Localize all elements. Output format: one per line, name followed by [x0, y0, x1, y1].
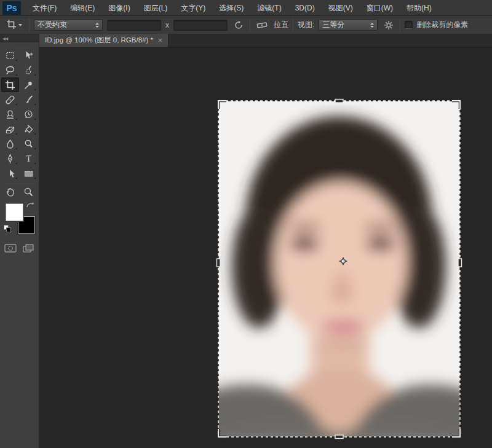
crop-width-input[interactable] [107, 20, 161, 31]
delete-cropped-pixels-checkbox[interactable] [405, 21, 413, 29]
eraser-icon [5, 124, 15, 135]
screen-mode-button[interactable] [22, 243, 34, 255]
menu-type[interactable]: 文字(Y) [174, 0, 212, 16]
crop-icon [5, 80, 15, 90]
quick-selection-icon [23, 65, 34, 76]
default-colors-icon[interactable] [4, 225, 12, 233]
svg-text:T: T [26, 154, 31, 163]
delete-cropped-pixels-option[interactable]: 删除裁剪的像素 [405, 20, 468, 30]
move-arrow-icon [23, 50, 34, 61]
water-drop-icon [5, 139, 15, 149]
panel-drag-grip[interactable]: ········ [0, 42, 39, 48]
type-tool[interactable]: T [20, 151, 38, 166]
double-arrow-collapse-icon: ◀◀ [2, 36, 7, 41]
delete-cropped-pixels-label: 删除裁剪的像素 [416, 20, 468, 30]
level-icon [256, 21, 268, 29]
menu-edit[interactable]: 编辑(E) [63, 0, 101, 16]
view-label: 视图: [298, 20, 314, 30]
close-icon[interactable]: × [158, 37, 162, 44]
menu-3d[interactable]: 3D(D) [288, 0, 322, 16]
crop-view-dropdown[interactable]: 三等分 [319, 19, 378, 31]
crop-view-value: 三等分 [322, 20, 344, 30]
menu-image[interactable]: 图像(I) [101, 0, 137, 16]
menu-window[interactable]: 窗口(W) [360, 0, 400, 16]
crop-ratio-preset-value: 不受约束 [38, 20, 67, 30]
divider [250, 18, 250, 32]
tools-panel: ◀◀ ········ [0, 34, 39, 448]
quick-mask-button[interactable] [4, 243, 17, 255]
magnifier-icon [23, 187, 34, 197]
divider [400, 18, 400, 32]
document-tab-title: ID.jpg @ 100% (图层 0, RGB/8#) * [45, 36, 153, 45]
rectangle-tool[interactable] [20, 166, 38, 181]
dodge-icon [23, 139, 34, 149]
dodge-tool[interactable] [20, 136, 38, 151]
menu-select[interactable]: 选择(S) [212, 0, 250, 16]
bandage-icon [5, 95, 15, 105]
menu-help[interactable]: 帮助(H) [400, 0, 438, 16]
options-bar: 不受约束 x 拉直 视图: 三等分 删除裁剪的像素 [0, 16, 492, 34]
dimension-separator: x [165, 21, 169, 29]
rectangle-shape-icon [23, 168, 34, 179]
type-icon: T [23, 154, 34, 164]
crop-tool-icon [6, 19, 17, 31]
marquee-icon [5, 50, 15, 61]
document-tab[interactable]: ID.jpg @ 100% (图层 0, RGB/8#) * × [39, 34, 169, 47]
pen-tool[interactable] [1, 151, 19, 166]
lasso-tool[interactable] [1, 63, 19, 77]
stamp-icon [5, 109, 15, 120]
move-tool[interactable] [20, 48, 38, 63]
crop-options-button[interactable] [382, 19, 395, 31]
foreground-color-swatch[interactable] [6, 203, 23, 221]
divider [293, 18, 293, 32]
menu-layer[interactable]: 图层(L) [137, 0, 175, 16]
menu-filter[interactable]: 滤镜(T) [250, 0, 288, 16]
clone-stamp-tool[interactable] [1, 107, 19, 122]
gear-icon [384, 20, 394, 30]
updown-arrows-icon [95, 23, 99, 28]
divider [29, 18, 30, 32]
straighten-label[interactable]: 拉直 [274, 20, 288, 30]
hand-tool[interactable] [1, 184, 19, 199]
tool-grid: T [0, 48, 39, 199]
chevron-down-icon [18, 24, 22, 26]
rotate-arrows-icon [234, 20, 244, 30]
swap-colors-icon[interactable] [26, 202, 35, 211]
eraser-tool[interactable] [1, 122, 19, 136]
crop-tool[interactable] [1, 77, 19, 92]
history-brush-tool[interactable] [20, 107, 38, 122]
spot-healing-brush-tool[interactable] [1, 92, 19, 107]
menu-view[interactable]: 视图(V) [322, 0, 360, 16]
paint-bucket-tool[interactable] [20, 122, 38, 136]
pen-nib-icon [5, 154, 15, 164]
paint-bucket-icon [23, 124, 34, 135]
blur-tool[interactable] [1, 136, 19, 151]
brush-tool[interactable] [20, 92, 38, 107]
panel-mode-buttons [0, 240, 39, 255]
canvas-area[interactable] [39, 47, 492, 448]
crop-height-input[interactable] [173, 20, 228, 31]
crop-ratio-preset-dropdown[interactable]: 不受约束 [34, 19, 103, 31]
eyedropper-tool[interactable] [20, 77, 38, 92]
color-swatches [1, 202, 38, 240]
hand-icon [5, 187, 15, 197]
document-image[interactable] [218, 101, 460, 437]
lasso-icon [5, 65, 15, 76]
menu-file[interactable]: 文件(F) [26, 0, 63, 16]
path-selection-tool[interactable] [1, 166, 19, 181]
swap-dimensions-button[interactable] [232, 19, 245, 31]
updown-arrows-icon [370, 23, 374, 28]
history-brush-icon [23, 109, 34, 120]
rectangular-marquee-tool[interactable] [1, 48, 19, 63]
document-tab-bar: ID.jpg @ 100% (图层 0, RGB/8#) * × [39, 34, 492, 47]
menu-bar: Ps 文件(F) 编辑(E) 图像(I) 图层(L) 文字(Y) 选择(S) 滤… [0, 0, 492, 16]
current-tool-badge[interactable] [4, 18, 25, 33]
photoshop-logo: Ps [2, 1, 21, 15]
quick-selection-tool[interactable] [20, 63, 38, 77]
zoom-tool[interactable] [20, 184, 38, 199]
straighten-button[interactable] [255, 20, 269, 31]
eyedropper-icon [23, 80, 34, 90]
brush-icon [23, 95, 34, 105]
selection-arrow-icon [5, 168, 15, 179]
panel-collapse-button[interactable]: ◀◀ [0, 34, 39, 42]
